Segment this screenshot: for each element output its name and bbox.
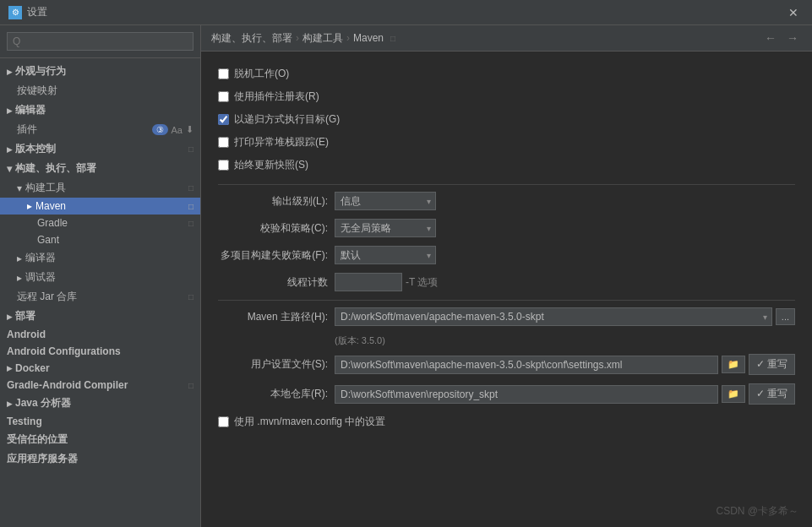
maven-icon: □ [188, 202, 193, 211]
title-bar-left: ⚙ 设置 [8, 5, 47, 19]
back-button[interactable]: ← [761, 30, 780, 46]
sidebar-item-plugins[interactable]: 插件 ③ Aa ⬇ [0, 120, 200, 139]
sidebar-label: 编辑器 [15, 103, 46, 117]
sidebar-item-java-analyzer[interactable]: ▸ Java 分析器 [0, 394, 200, 413]
arrow-icon: ▸ [7, 105, 12, 117]
always-update-label: 始终更新快照(S) [234, 158, 308, 172]
user-settings-control: 📁 ✓ 重写 [335, 354, 795, 375]
multi-project-fail-select[interactable]: 默认 最终 从不 [335, 246, 436, 264]
checkbox-plugin-registry-row: 使用插件注册表(R) [218, 88, 795, 106]
maven-home-browse-button[interactable]: ... [776, 308, 795, 325]
sidebar-item-docker[interactable]: ▸ Docker [0, 360, 200, 377]
sidebar-label: Docker [15, 362, 50, 374]
sidebar-item-android-config[interactable]: Android Configurations [0, 343, 200, 360]
always-update-checkbox[interactable] [218, 160, 229, 171]
sidebar-item-build-tools[interactable]: ▾ 构建工具 □ [0, 178, 200, 198]
search-input[interactable] [7, 32, 193, 51]
sidebar-label: Gant [37, 234, 59, 246]
arrow-icon: ▾ [17, 182, 22, 194]
user-settings-browse-button[interactable]: 📁 [722, 356, 745, 373]
sidebar-label: 编译器 [25, 251, 56, 265]
user-settings-row: 用户设置文件(S): 📁 ✓ 重写 [218, 354, 795, 375]
arrow-icon: ▸ [27, 200, 32, 212]
gradle-android-icon: □ [188, 381, 193, 390]
plugins-aa-icon: Aa [172, 125, 183, 135]
plugins-badge: ③ [152, 124, 168, 135]
sidebar-item-debugger[interactable]: ▸ 调试器 [0, 268, 200, 287]
local-repo-input[interactable] [335, 385, 718, 404]
multi-project-fail-row: 多项目构建失败策略(F): 默认 最终 从不 [218, 246, 795, 264]
local-repo-label: 本地仓库(R): [218, 387, 328, 401]
sidebar-item-app-server[interactable]: 应用程序服务器 [0, 449, 200, 469]
sidebar-item-gant[interactable]: Gant [0, 231, 200, 248]
maven-home-select[interactable]: D:/workSoft/maven/apache-maven-3.5.0-skp… [335, 307, 772, 326]
multi-project-fail-select-wrapper: 默认 最终 从不 [335, 246, 436, 264]
sidebar-label: Maven [35, 200, 66, 212]
breadcrumb-current: Maven [353, 32, 384, 44]
sidebar-label: 调试器 [25, 270, 56, 285]
build-tools-icon: □ [188, 183, 193, 193]
sidebar-item-appearance[interactable]: ▸ 外观与行为 [0, 62, 200, 81]
output-level-label: 输出级别(L): [218, 194, 328, 209]
sidebar: ▸ 外观与行为 按键映射 ▸ 编辑器 插件 ③ Aa ⬇ ▸ 版本控制 [0, 25, 201, 527]
offline-checkbox[interactable] [218, 68, 229, 79]
remote-jar-icon: □ [188, 292, 193, 302]
sidebar-item-gradle[interactable]: Gradle □ [0, 215, 200, 231]
sidebar-item-vcs[interactable]: ▸ 版本控制 □ [0, 139, 200, 159]
user-settings-input[interactable] [335, 356, 718, 374]
sidebar-item-trusted[interactable]: 受信任的位置 [0, 430, 200, 449]
sidebar-item-remote-jar[interactable]: 远程 Jar 合库 □ [0, 287, 200, 307]
breadcrumb: 构建、执行、部署 › 构建工具 › Maven □ [211, 31, 395, 46]
breadcrumb-part-2: 构建工具 [302, 31, 343, 46]
sidebar-label: 构建、执行、部署 [15, 161, 96, 176]
check-strategy-control: 无全局策略 严格 宽松 [335, 219, 795, 237]
sidebar-item-maven[interactable]: ▸ Maven □ [0, 198, 200, 215]
settings-icon: ⚙ [8, 6, 22, 19]
check-strategy-select[interactable]: 无全局策略 严格 宽松 [335, 219, 436, 237]
sidebar-label: Java 分析器 [15, 396, 71, 410]
maven-version-note: (版本: 3.5.0) [218, 334, 795, 347]
local-repo-browse-button[interactable]: 📁 [722, 385, 745, 403]
sidebar-item-keymap[interactable]: 按键映射 [0, 81, 200, 101]
main-container: ▸ 外观与行为 按键映射 ▸ 编辑器 插件 ③ Aa ⬇ ▸ 版本控制 [0, 25, 812, 527]
sidebar-label: 按键映射 [17, 84, 57, 98]
check-strategy-row: 校验和策略(C): 无全局策略 严格 宽松 [218, 219, 795, 237]
sidebar-item-editor[interactable]: ▸ 编辑器 [0, 101, 200, 120]
breadcrumb-sep-1: › [296, 32, 299, 44]
close-button[interactable]: ✕ [783, 4, 804, 21]
sidebar-item-gradle-android[interactable]: Gradle-Android Compiler □ [0, 377, 200, 394]
checkbox-recursive-row: 以递归方式执行目标(G) [218, 111, 795, 128]
sidebar-label: 外观与行为 [15, 64, 66, 79]
sidebar-label: 插件 [17, 122, 37, 137]
check-strategy-label: 校验和策略(C): [218, 221, 328, 236]
sidebar-item-deploy[interactable]: ▸ 部署 [0, 307, 200, 326]
sidebar-item-testing[interactable]: Testing [0, 413, 200, 430]
output-level-select-wrapper: 信息 调试 警告 错误 [335, 192, 436, 210]
plugins-download-icon: ⬇ [186, 124, 193, 135]
user-settings-rewrite-button[interactable]: ✓ 重写 [749, 354, 795, 375]
recursive-checkbox[interactable] [218, 114, 229, 125]
forward-button[interactable]: → [783, 30, 802, 46]
print-exception-checkbox[interactable] [218, 137, 229, 148]
sidebar-label: Gradle-Android Compiler [7, 379, 128, 391]
sidebar-item-compiler[interactable]: ▸ 编译器 [0, 248, 200, 268]
title-bar: ⚙ 设置 ✕ [0, 0, 812, 25]
thread-count-input[interactable] [335, 273, 402, 291]
sidebar-item-android[interactable]: Android [0, 326, 200, 343]
local-repo-control: 📁 ✓ 重写 [335, 383, 795, 405]
sidebar-content: ▸ 外观与行为 按键映射 ▸ 编辑器 插件 ③ Aa ⬇ ▸ 版本控制 [0, 58, 200, 527]
arrow-icon: ▸ [7, 398, 12, 410]
local-repo-rewrite-button[interactable]: ✓ 重写 [749, 383, 795, 405]
offline-label: 脱机工作(O) [234, 67, 289, 81]
arrow-icon: ▾ [7, 163, 12, 175]
output-level-row: 输出级别(L): 信息 调试 警告 错误 [218, 192, 795, 210]
maven-home-label: Maven 主路径(H): [218, 310, 328, 324]
sidebar-item-build[interactable]: ▾ 构建、执行、部署 [0, 159, 200, 178]
breadcrumb-part-1: 构建、执行、部署 [211, 31, 292, 46]
sidebar-label: 版本控制 [15, 142, 56, 156]
recursive-label: 以递归方式执行目标(G) [234, 112, 340, 127]
plugin-registry-checkbox[interactable] [218, 91, 229, 102]
sidebar-label: Gradle [37, 217, 68, 229]
use-mvn-config-checkbox[interactable] [218, 416, 229, 427]
output-level-select[interactable]: 信息 调试 警告 错误 [335, 192, 436, 210]
